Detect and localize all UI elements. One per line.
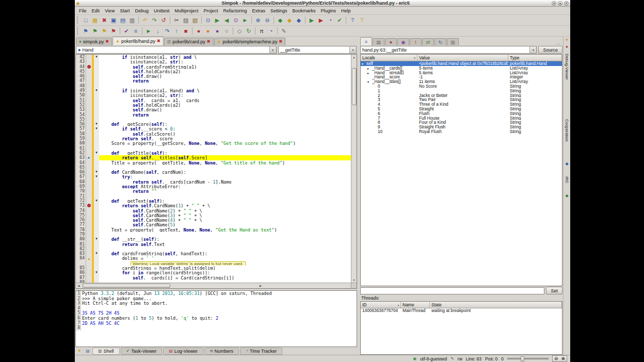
source-button[interactable]: Source bbox=[538, 46, 562, 54]
scroll-down-icon[interactable]: ▼ bbox=[351, 277, 357, 283]
code-line[interactable]: 66▼ def CardName(self, cardNum): bbox=[76, 170, 351, 174]
fold-collapse-icon[interactable]: ▼ bbox=[94, 55, 99, 59]
editor-vertical-scrollbar[interactable]: ▲ ▼ bbox=[351, 55, 357, 283]
check-syntax-button[interactable]: ✔ bbox=[335, 15, 344, 25]
step-into-button[interactable]: ↓ bbox=[153, 26, 163, 36]
chat-icon[interactable]: ◆ bbox=[565, 162, 568, 166]
code-line[interactable]: 54 return bbox=[76, 112, 351, 117]
marker-margin[interactable] bbox=[86, 141, 92, 145]
code-line[interactable]: 76 self.CardName(4) + " " + \ bbox=[76, 218, 351, 222]
code-line[interactable]: 50 isinstance(a2, str): bbox=[76, 93, 351, 97]
profile-script-button[interactable]: ◔ bbox=[326, 15, 335, 25]
code-text[interactable]: self.__cards = a1.__cards bbox=[99, 98, 351, 103]
horizontal-scrollbar-thumb[interactable] bbox=[83, 284, 170, 288]
code-text[interactable]: return self.__cards[cardNum - 1].Name bbox=[99, 179, 351, 184]
code-line[interactable]: 55 bbox=[76, 117, 351, 122]
code-line[interactable]: 62▼ def __getTitle(self): bbox=[76, 151, 351, 155]
marker-margin[interactable] bbox=[86, 78, 92, 83]
line-number-margin[interactable]: 78 bbox=[76, 227, 86, 232]
time-tracker-button[interactable]: ◔ bbox=[266, 26, 276, 36]
code-text[interactable]: return self.Text bbox=[99, 242, 351, 246]
tab-shell[interactable]: ▥Shell bbox=[92, 348, 120, 355]
code-line[interactable]: 68 return self.__cards[cardNum - 1].Name bbox=[76, 179, 351, 184]
line-number-margin[interactable]: 81 bbox=[76, 242, 86, 246]
zoom-out-button[interactable]: ⊖ bbox=[263, 15, 272, 25]
code-line[interactable]: 67▼ try: bbox=[76, 174, 351, 179]
locals-table-body[interactable]: ▾self<pokerlib.hand.Hand object at 0x7f6… bbox=[361, 61, 562, 286]
code-lines[interactable]: 42▼ if isinstance(a1, str) and \43 isins… bbox=[76, 55, 351, 283]
code-line[interactable]: 57▼ if self.__score < 0: bbox=[76, 126, 351, 131]
marker-margin[interactable] bbox=[86, 112, 92, 117]
code-line[interactable]: 73 return self.CardName(1) + " " + \ bbox=[76, 203, 351, 208]
unittest-button[interactable]: ◇ bbox=[235, 26, 244, 36]
code-text[interactable]: self.cardsFromString(a1) bbox=[99, 64, 351, 69]
line-number-margin[interactable]: 44 bbox=[76, 64, 86, 69]
step-over-button[interactable]: ↷ bbox=[163, 26, 172, 36]
line-number-margin[interactable]: 61 bbox=[76, 146, 86, 151]
breakpoint-icon[interactable] bbox=[87, 65, 91, 69]
code-line[interactable]: 63► return self.__titles[self.Score] bbox=[76, 155, 351, 160]
file-tab-pokerlib-hand[interactable]: ▲pokerlib/hand.py✖ bbox=[112, 37, 164, 45]
code-text[interactable]: if self.__score < 0: bbox=[99, 126, 351, 131]
preferences-button[interactable]: ✎ bbox=[279, 26, 288, 36]
variable-row[interactable]: 5StraightString bbox=[361, 107, 562, 111]
line-number-margin[interactable]: 67 bbox=[76, 174, 86, 179]
print-button[interactable]: ▥ bbox=[127, 15, 137, 25]
line-number-margin[interactable]: 80 bbox=[76, 237, 86, 241]
line-number-margin[interactable]: 83 bbox=[76, 251, 86, 256]
code-text[interactable] bbox=[99, 146, 351, 151]
code-text[interactable] bbox=[99, 84, 351, 88]
search-prev-button[interactable]: ◀ bbox=[222, 15, 231, 25]
variable-row[interactable]: 0No ScoreString bbox=[361, 84, 562, 89]
marker-margin[interactable] bbox=[86, 126, 92, 131]
marker-margin[interactable] bbox=[86, 88, 92, 93]
code-text[interactable]: delims = ' ' bbox=[99, 256, 351, 260]
marker-margin[interactable] bbox=[86, 222, 92, 227]
close-tab-icon[interactable]: ✖ bbox=[105, 40, 109, 44]
chevron-down-icon[interactable]: ▼ bbox=[349, 46, 356, 53]
menu-multiproject[interactable]: Multiproject bbox=[172, 8, 201, 14]
code-text[interactable] bbox=[99, 246, 351, 251]
code-line[interactable]: 51 self.__cards = a1.__cards bbox=[76, 98, 351, 103]
line-number-margin[interactable]: 63 bbox=[76, 155, 86, 160]
chevron-down-icon[interactable]: ▼ bbox=[529, 46, 536, 53]
line-number-margin[interactable]: 47 bbox=[76, 78, 86, 83]
code-line[interactable]: 80▼ def __str__(self): bbox=[76, 237, 351, 241]
variable-expression-input[interactable] bbox=[360, 287, 544, 294]
marker-margin[interactable] bbox=[86, 98, 92, 103]
line-number-margin[interactable]: 84 bbox=[76, 256, 86, 260]
line-number-margin[interactable]: 48 bbox=[76, 84, 86, 88]
menu-plugins[interactable]: Plugins bbox=[318, 8, 339, 14]
code-line[interactable]: 82 bbox=[76, 246, 351, 251]
line-number-margin[interactable]: 43 bbox=[76, 59, 86, 64]
call-trace-tab[interactable]: ↻ bbox=[434, 38, 446, 45]
code-text[interactable]: return bbox=[99, 112, 351, 117]
code-text[interactable]: if isinstance(a1, str) and \ bbox=[99, 55, 351, 59]
previous-bookmark-button[interactable]: ⚑ bbox=[100, 26, 109, 36]
zoom-slider[interactable] bbox=[507, 356, 549, 361]
column-header-name[interactable]: Name bbox=[401, 302, 430, 308]
line-number-margin[interactable] bbox=[76, 261, 86, 266]
code-line[interactable]: 58 self.calcScore() bbox=[76, 131, 351, 136]
line-number-margin[interactable]: 87 bbox=[76, 275, 86, 280]
line-number-margin[interactable]: 60 bbox=[76, 141, 86, 145]
maximize-button[interactable]: ▴ bbox=[558, 1, 562, 6]
toolbox-icon[interactable]: ▤ bbox=[84, 348, 91, 354]
collapse-icon[interactable]: ▾ bbox=[367, 80, 372, 84]
zoom-in-button[interactable]: ⊕ bbox=[253, 15, 263, 25]
code-text[interactable]: Score = property(__getScore, None, None,… bbox=[99, 141, 351, 145]
line-number-margin[interactable]: 49 bbox=[76, 88, 86, 93]
code-line[interactable]: 49▼ if isinstance(a1, Hand) and \ bbox=[76, 88, 351, 93]
debug-script-button[interactable]: ▶ bbox=[316, 15, 326, 25]
scroll-right-icon[interactable]: ▶ bbox=[258, 283, 264, 288]
side-tab-irc[interactable]: IRC bbox=[565, 174, 569, 186]
watchpoints-tab[interactable]: ◉ bbox=[397, 38, 409, 45]
code-text[interactable] bbox=[99, 194, 351, 199]
code-line[interactable]: 43 isinstance(a2, str): bbox=[76, 59, 351, 64]
code-text[interactable]: try: bbox=[99, 174, 351, 179]
search-button[interactable]: ⊙ bbox=[203, 15, 213, 25]
code-line[interactable]: 74 self.CardName(2) + " " + \ bbox=[76, 208, 351, 213]
line-number-margin[interactable]: 45 bbox=[76, 69, 86, 74]
marker-margin[interactable] bbox=[86, 208, 92, 213]
marker-margin[interactable] bbox=[86, 122, 92, 126]
